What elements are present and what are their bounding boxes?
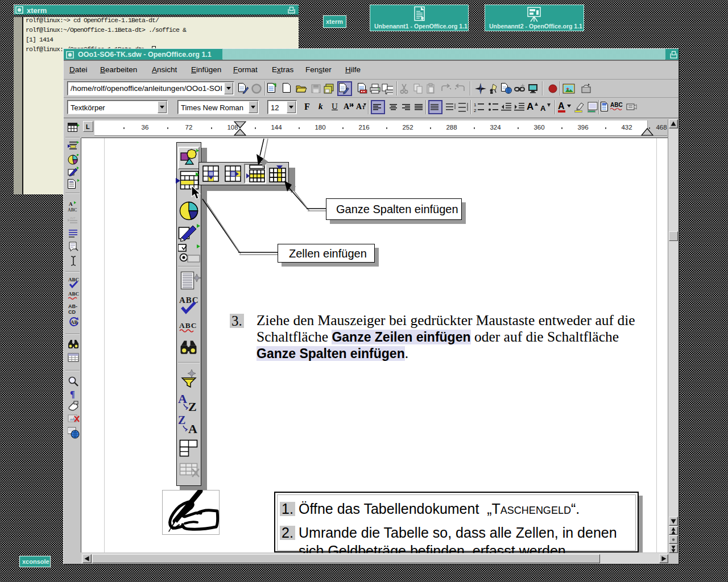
svg-text:ABC: ABC [68, 291, 79, 297]
svg-text:A: A [69, 201, 73, 207]
svg-text:INT: INT [70, 217, 76, 220]
svg-text:¶: ¶ [70, 389, 75, 399]
svg-text:1: 1 [474, 102, 477, 107]
svg-text:CD: CD [68, 309, 76, 315]
svg-text:2: 2 [474, 108, 477, 113]
svg-text:ABC: ABC [68, 207, 77, 212]
svg-text:AB-: AB- [68, 304, 77, 309]
svg-text:AB: AB [71, 319, 78, 325]
